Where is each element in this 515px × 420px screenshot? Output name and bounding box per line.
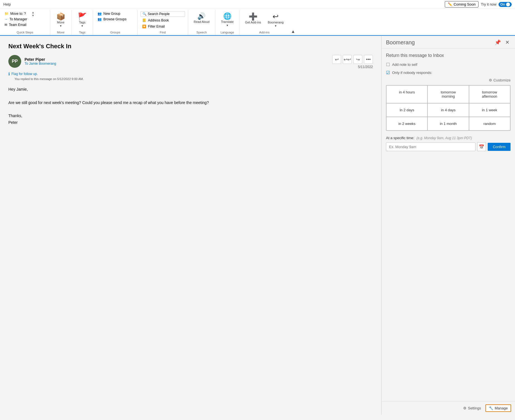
get-addins-icon: ➕ <box>249 13 258 20</box>
email-title: Next Week's Check In <box>8 43 373 50</box>
email-panel: Next Week's Check In PP Peter Piper To J… <box>0 36 381 415</box>
manage-button[interactable]: 🔧 Manage <box>485 404 511 412</box>
time-cell-1-1[interactable]: in 4 days <box>427 103 469 117</box>
forward-button[interactable]: ↪ <box>353 55 362 64</box>
move-group-label: Move <box>50 31 71 34</box>
confirm-button[interactable]: Confirm <box>488 143 511 151</box>
settings-button[interactable]: ⚙ Settings <box>463 406 481 410</box>
time-cell-0-1[interactable]: tomorrowmorning <box>427 85 469 103</box>
more-actions-button[interactable]: ••• <box>364 55 373 64</box>
close-boomerang-button[interactable]: ✕ <box>504 39 511 46</box>
manage-label: Manage <box>495 406 508 410</box>
to-name: Jamie Boomerang <box>29 62 56 66</box>
add-note-label[interactable]: Add note to self <box>392 62 417 67</box>
sender-info: Peter Piper To Jamie Boomerang <box>25 57 56 66</box>
search-people-label: Search People <box>148 12 170 16</box>
pin-button[interactable]: 📌 <box>494 39 502 46</box>
read-aloud-icon: 🔊 <box>197 13 206 20</box>
body-line3: Thanks, <box>8 113 373 119</box>
time-cell-1-0[interactable]: in 2 days <box>386 103 427 117</box>
email-actions: ↩ ↩↩ ↪ ••• <box>332 55 373 64</box>
main-area: Next Week's Check In PP Peter Piper To J… <box>0 36 515 415</box>
ribbon-group-move: 📦 Move ▼ Move <box>50 10 72 35</box>
ribbon-group-speech: 🔊 Read Aloud Speech <box>188 10 215 35</box>
specific-time-label: At a specific time: (e.g. Monday 9am, Au… <box>386 136 511 140</box>
gear-icon: ⚙ <box>489 78 492 82</box>
read-aloud-button[interactable]: 🔊 Read Aloud <box>191 11 212 25</box>
try-now-label: Try it now <box>481 2 496 6</box>
ribbon-collapse-button[interactable]: ▲ <box>289 29 297 35</box>
reply-all-button[interactable]: ↩↩ <box>343 55 352 64</box>
email-actions-area: ↩ ↩↩ ↪ ••• 5/11/2022 <box>332 55 373 69</box>
time-input[interactable] <box>386 143 475 151</box>
arrow-right-icon: → <box>4 17 8 21</box>
time-cell-2-0[interactable]: in 2 weeks <box>386 117 427 131</box>
ribbon-group-addins: ➕ Get Add-ins ↩ Boomerang ▼ Add-ins <box>239 10 289 35</box>
qs-move-to-label: Move to: ? <box>10 12 26 16</box>
calendar-button[interactable]: 📅 <box>477 142 486 151</box>
time-input-row: 📅 Confirm <box>386 142 511 151</box>
tags-icon: 🚩 <box>78 13 87 20</box>
groups-list: 👥 New Group 👥 Browse Groups <box>96 11 128 22</box>
translate-label: Translate <box>221 20 234 23</box>
new-group-item[interactable]: 👥 New Group <box>96 11 128 16</box>
time-cell-1-2[interactable]: in 1 week <box>469 103 510 117</box>
tags-button[interactable]: 🚩 Tags ▼ <box>74 11 90 29</box>
time-cell-2-2[interactable]: random <box>469 117 510 131</box>
qs-team-email-label: Team Email <box>9 23 26 27</box>
address-book-icon: 📒 <box>142 18 146 22</box>
coming-soon-button[interactable]: ✏️ Coming Soon <box>445 1 479 8</box>
only-if-nobody-row: ☑ Only if nobody responds: <box>386 70 511 75</box>
search-people-box[interactable]: 🔍 Search People <box>140 11 185 17</box>
move-icon: 📦 <box>56 13 65 20</box>
body-line2: Are we still good for next week's meetin… <box>8 100 373 106</box>
settings-label: Settings <box>468 406 481 410</box>
move-button[interactable]: 📦 Move ▼ <box>53 11 69 29</box>
qs-to-manager[interactable]: → To Manager <box>3 17 29 22</box>
get-add-ins-button[interactable]: ➕ Get Add-ins <box>242 11 264 26</box>
move-label: Move <box>57 21 65 24</box>
addins-group-label: Add-ins <box>239 31 289 34</box>
boomerang-ribbon-button[interactable]: ↩ Boomerang ▼ <box>265 11 286 29</box>
boomerang-header-actions: 📌 ✕ <box>494 39 511 46</box>
qs-team-email[interactable]: ✉ Team Email <box>3 22 29 27</box>
read-aloud-label: Read Aloud <box>194 20 210 23</box>
replied-text: You replied to this message on 5/12/2022… <box>14 77 373 81</box>
qs-to-manager-label: To Manager <box>9 17 27 21</box>
new-group-label: New Group <box>103 12 120 16</box>
boomerang-title: Boomerang <box>386 39 415 46</box>
toggle-on[interactable]: On <box>499 2 512 7</box>
filter-email-item[interactable]: 🔽 Filter Email <box>140 24 185 29</box>
body-line4: Peter <box>8 119 373 126</box>
time-grid: in 4 hours tomorrowmorning tomorrowafter… <box>386 85 511 131</box>
translate-dropdown-icon: ▼ <box>226 24 229 27</box>
browse-groups-item[interactable]: 👥 Browse Groups <box>96 17 128 22</box>
settings-gear-icon: ⚙ <box>463 406 467 410</box>
ribbon-group-tags: 🚩 Tags ▼ Tags <box>72 10 93 35</box>
qs-arrow-down[interactable]: ▼ <box>31 14 34 17</box>
coming-soon-group: ✏️ Coming Soon Try it now On <box>445 1 512 8</box>
checkbox-checked-icon[interactable]: ☑ <box>386 70 390 75</box>
address-book-item[interactable]: 📒 Address Book <box>140 18 185 23</box>
translate-button[interactable]: 🌐 Translate ▼ <box>218 11 236 28</box>
qs-arrow-up[interactable]: ▲ <box>31 11 34 14</box>
customize-row[interactable]: ⚙ Customize <box>386 78 511 82</box>
boomerang-header: Boomerang 📌 ✕ <box>382 36 515 49</box>
pen-icon: ✏️ <box>448 2 452 6</box>
groups-group-label: Groups <box>93 31 137 34</box>
specific-time-text: At a specific time: <box>386 136 414 140</box>
reply-button[interactable]: ↩ <box>332 55 341 64</box>
time-cell-0-2[interactable]: tomorrowafternoon <box>469 85 510 103</box>
only-if-nobody-label: Only if nobody responds: <box>392 71 432 75</box>
toggle-label: On <box>500 3 505 6</box>
tags-dropdown-icon: ▼ <box>81 25 84 27</box>
time-cell-2-1[interactable]: in 1 month <box>427 117 469 131</box>
translate-icon: 🌐 <box>223 13 232 20</box>
sender-to: To Jamie Boomerang <box>25 62 56 66</box>
qs-move-to[interactable]: 📁 Move to: ? <box>3 11 29 16</box>
filter-email-label: Filter Email <box>148 25 165 28</box>
get-addins-label: Get Add-ins <box>245 21 261 24</box>
find-group-label: Find <box>138 31 188 34</box>
time-cell-0-0[interactable]: in 4 hours <box>386 85 427 103</box>
sender-name: Peter Piper <box>25 57 56 62</box>
